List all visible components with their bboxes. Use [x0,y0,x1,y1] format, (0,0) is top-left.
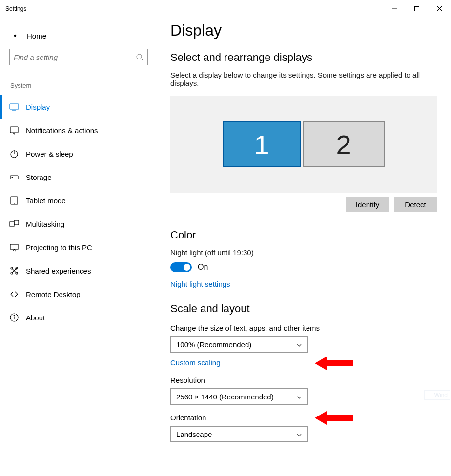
notifications-icon [9,125,19,135]
monitor-2[interactable]: 2 [303,121,385,167]
svg-rect-9 [10,127,18,133]
projecting-icon [9,242,19,252]
nightlight-status: Night light (off until 19:30) [170,248,437,257]
storage-icon [9,172,19,182]
monitor-number: 1 [254,129,269,160]
resolution-value: 2560 × 1440 (Recommended) [176,393,274,401]
sidebar-item-label: Tablet mode [26,197,66,205]
search-icon [136,53,144,61]
arranger-hint: Select a display below to change its set… [170,71,437,87]
orientation-field-label: Orientation [170,414,437,422]
identify-button[interactable]: Identify [346,197,389,212]
sidebar-item-projecting[interactable]: Projecting to this PC [0,236,157,259]
sidebar-item-label: Storage [26,173,52,181]
titlebar: Settings [0,0,451,17]
svg-rect-12 [10,176,18,179]
chevron-down-icon [296,431,302,437]
arranger-heading: Select and rearrange displays [170,51,437,64]
scale-value: 100% (Recommended) [176,340,251,349]
sidebar-item-label: Display [26,103,50,111]
home-label: Home [20,32,46,40]
sidebar-item-storage[interactable]: Storage [0,165,157,189]
sidebar-item-label: Projecting to this PC [26,243,92,252]
svg-point-25 [14,315,15,316]
sidebar-item-display[interactable]: Display [0,95,157,119]
remote-icon [9,289,19,299]
window-title: Settings [0,5,26,12]
sidebar-item-power[interactable]: Power & sleep [0,142,157,165]
tablet-icon [9,196,19,205]
sidebar-item-label: Power & sleep [26,150,73,158]
monitor-1[interactable]: 1 [223,121,301,167]
svg-point-5 [137,54,142,59]
color-heading: Color [170,229,437,241]
svg-rect-7 [10,104,19,109]
svg-rect-16 [10,222,14,226]
sidebar-item-shared[interactable]: Shared experiences [0,259,157,282]
about-icon [9,313,19,322]
svg-rect-1 [415,6,419,11]
search-input[interactable] [14,53,136,61]
sidebar-item-notifications[interactable]: Notifications & actions [0,119,157,142]
sidebar-item-remote[interactable]: Remote Desktop [0,282,157,306]
resolution-field-label: Resolution [170,376,437,384]
sidebar: Home System Display [0,17,157,476]
sidebar-item-tablet[interactable]: Tablet mode [0,189,157,212]
sidebar-category: System [0,65,157,95]
power-icon [9,149,19,159]
display-arranger[interactable]: 1 2 [170,96,437,193]
resolution-dropdown[interactable]: 2560 × 1440 (Recommended) [170,388,308,405]
svg-rect-18 [10,244,18,249]
gear-icon [10,31,20,40]
nightlight-settings-link[interactable]: Night light settings [170,280,230,288]
svg-point-4 [14,35,17,37]
sidebar-item-multitasking[interactable]: Multitasking [0,212,157,236]
display-icon [9,102,19,112]
scale-dropdown[interactable]: 100% (Recommended) [170,336,308,353]
monitor-number: 2 [336,129,351,160]
svg-line-6 [141,59,143,60]
search-input-wrap[interactable] [9,49,148,65]
scale-field-label: Change the size of text, apps, and other… [170,324,437,332]
sidebar-item-label: Remote Desktop [26,290,81,298]
svg-point-13 [12,177,13,178]
minimize-button[interactable] [383,1,406,17]
orientation-value: Landscape [176,430,212,438]
sidebar-item-about[interactable]: About [0,306,157,329]
home-button[interactable]: Home [0,29,157,47]
sidebar-item-label: Multitasking [26,220,64,228]
custom-scaling-link[interactable]: Custom scaling [170,358,221,367]
sidebar-item-label: Shared experiences [26,267,91,275]
settings-window: Settings Home [0,0,451,476]
chevron-down-icon [296,341,302,347]
page-title: Display [170,21,437,40]
orientation-dropdown[interactable]: Landscape [170,426,308,442]
multitasking-icon [9,219,19,229]
main-panel: Display Select and rearrange displays Se… [157,17,451,476]
detect-button[interactable]: Detect [394,197,437,212]
sidebar-item-label: About [26,314,45,322]
nightlight-toggle[interactable] [170,262,192,272]
close-button[interactable] [428,1,451,17]
chevron-down-icon [296,394,302,399]
sidebar-item-label: Notifications & actions [26,126,98,135]
maximize-button[interactable] [406,1,428,17]
scale-heading: Scale and layout [170,302,437,315]
svg-rect-17 [14,220,19,225]
nightlight-toggle-label: On [198,263,208,272]
shared-icon [9,266,19,276]
